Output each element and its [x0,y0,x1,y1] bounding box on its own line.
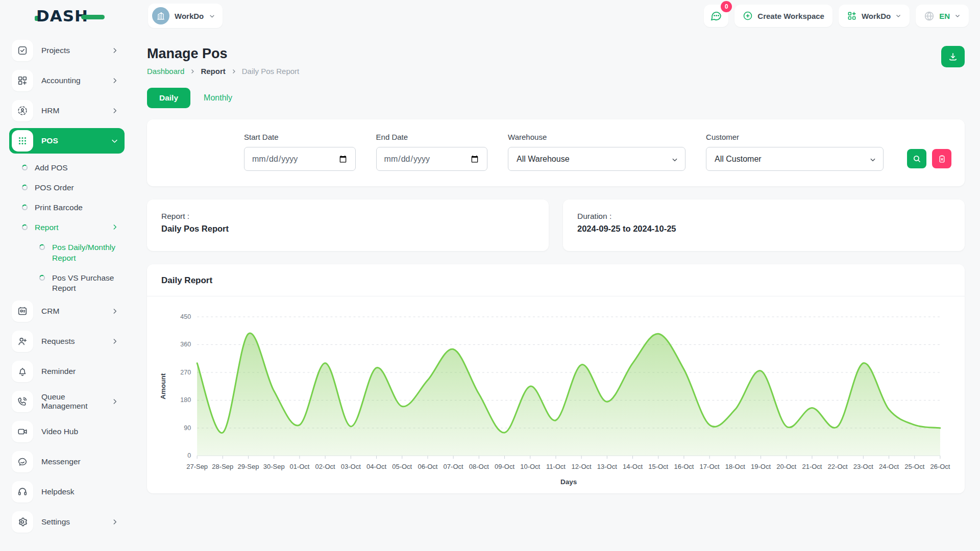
svg-text:06-Oct: 06-Oct [418,463,437,470]
svg-text:14-Oct: 14-Oct [623,463,643,470]
sidebar-item-video-hub[interactable]: Video Hub [9,419,125,444]
chat-bubble-icon [710,10,722,22]
sidebar-item-projects[interactable]: Projects [9,38,125,63]
messages-button[interactable]: 0 [704,5,728,27]
hrm-icon [12,100,33,121]
accounting-icon [12,70,33,91]
search-icon [913,155,921,163]
sidebar-item-label: Reminder [41,367,118,376]
svg-text:02-Oct: 02-Oct [315,463,335,470]
svg-text:90: 90 [184,424,191,432]
svg-text:Days: Days [560,478,577,486]
customer-select[interactable]: All Customer [706,147,884,171]
start-date-input[interactable] [244,147,356,171]
report-summary-card: Report : Daily Pos Report [147,199,549,251]
workdo-menu-label: WorkDo [862,12,891,20]
svg-text:450: 450 [180,313,191,320]
sidebar-item-label: CRM [41,307,103,316]
sidebar-item-messenger[interactable]: Messenger [9,449,125,474]
chevron-right-icon [111,47,118,54]
create-workspace-button[interactable]: Create Workspace [734,5,832,27]
projects-icon [12,40,33,61]
language-selector[interactable]: EN [916,5,969,27]
breadcrumb: Dashboard Report Daily Pos Report [147,67,299,76]
breadcrumb-current: Daily Pos Report [242,67,300,76]
sidebar-subitem-pos-order[interactable]: POS Order [9,178,125,198]
page-title: Manage Pos [147,46,299,62]
svg-text:20-Oct: 20-Oct [776,463,796,470]
svg-text:16-Oct: 16-Oct [674,463,694,470]
warehouse-select[interactable]: All Warehouse [508,147,685,171]
sidebar-subitem-report[interactable]: Report [9,218,125,238]
reset-filter-button[interactable] [932,149,951,168]
svg-text:0: 0 [187,452,191,459]
sidebar-item-hrm[interactable]: HRM [9,98,125,123]
sidebar-subitem-label: Pos Daily/Monthly Report [52,242,118,264]
topbar: DASH WorkDo 0 Create Workspace WorkDo EN [0,0,980,32]
sidebar-subitem-pos-daily-monthly-report[interactable]: Pos Daily/Monthly Report [9,238,125,268]
sidebar-item-reminder[interactable]: Reminder [9,359,125,384]
download-report-button[interactable] [941,46,965,67]
svg-text:05-Oct: 05-Oct [392,463,412,470]
svg-text:28-Sep: 28-Sep [212,463,233,470]
workspace-avatar [152,7,169,24]
submenu-bullet-icon [21,204,28,211]
sidebar-item-requests[interactable]: Requests [9,329,125,354]
sidebar-item-label: Helpdesk [41,487,118,496]
report-mode-tabs: Daily Monthly [147,88,965,108]
breadcrumb-dashboard[interactable]: Dashboard [147,67,184,76]
main-content: Manage Pos Dashboard Report Daily Pos Re… [134,32,980,551]
breadcrumb-report[interactable]: Report [201,67,225,76]
sidebar-subitem-label: Print Barcode [35,203,118,213]
sidebar-subitem-add-pos[interactable]: Add POS [9,158,125,178]
tab-daily[interactable]: Daily [147,88,190,108]
building-icon [156,11,166,21]
search-button[interactable] [907,149,926,168]
sidebar-item-helpdesk[interactable]: Helpdesk [9,479,125,505]
report-value: Daily Pos Report [161,224,534,234]
customer-label: Customer [706,133,884,141]
svg-text:01-Oct: 01-Oct [289,463,309,470]
queue-icon [12,391,33,412]
report-label: Report : [161,212,534,221]
svg-text:24-Oct: 24-Oct [879,463,899,470]
chevron-right-icon [231,68,237,74]
daily-report-chart: 090180270360450 27-Sep28-Sep29-Sep30-Sep… [147,296,965,493]
chevron-right-icon [111,398,118,405]
end-date-input[interactable] [376,147,488,171]
sidebar-item-settings[interactable]: Settings [9,509,125,535]
duration-value: 2024-09-25 to 2024-10-25 [577,224,950,234]
svg-text:09-Oct: 09-Oct [495,463,514,470]
svg-text:03-Oct: 03-Oct [341,463,361,470]
chevron-right-icon [111,308,118,315]
chevron-right-icon [111,107,118,114]
chevron-right-icon [189,68,195,74]
sidebar-item-crm[interactable]: CRM [9,298,125,324]
tab-monthly[interactable]: Monthly [204,93,232,103]
workdo-menu-button[interactable]: WorkDo [839,5,910,27]
chevron-right-icon [111,518,118,525]
svg-text:29-Sep: 29-Sep [238,463,259,470]
sidebar-item-queue-management[interactable]: Queue Management [9,389,125,414]
sidebar: ProjectsAccountingHRMPOS Add POS POS Ord… [0,32,134,551]
requests-icon [12,331,33,352]
plus-circle-icon [743,11,753,21]
clipboard-reset-icon [938,155,946,163]
end-date-label: End Date [376,133,488,141]
crm-icon [12,300,33,322]
globe-icon [924,11,935,21]
svg-text:180: 180 [180,396,191,404]
sidebar-subitem-print-barcode[interactable]: Print Barcode [9,198,125,218]
submenu-bullet-icon [21,184,28,191]
language-code: EN [939,12,950,20]
pos-icon [12,130,33,152]
chevron-right-icon [111,338,118,345]
sidebar-item-label: Accounting [41,76,103,85]
sidebar-subitem-pos-vs-purchase-report[interactable]: Pos VS Purchase Report [9,268,125,299]
workspace-selector[interactable]: WorkDo [148,4,223,28]
sidebar-item-accounting[interactable]: Accounting [9,68,125,93]
messenger-icon [12,451,33,472]
sidebar-item-pos[interactable]: POS [9,128,125,154]
sidebar-item-label: Video Hub [41,427,118,436]
svg-text:04-Oct: 04-Oct [366,463,386,470]
